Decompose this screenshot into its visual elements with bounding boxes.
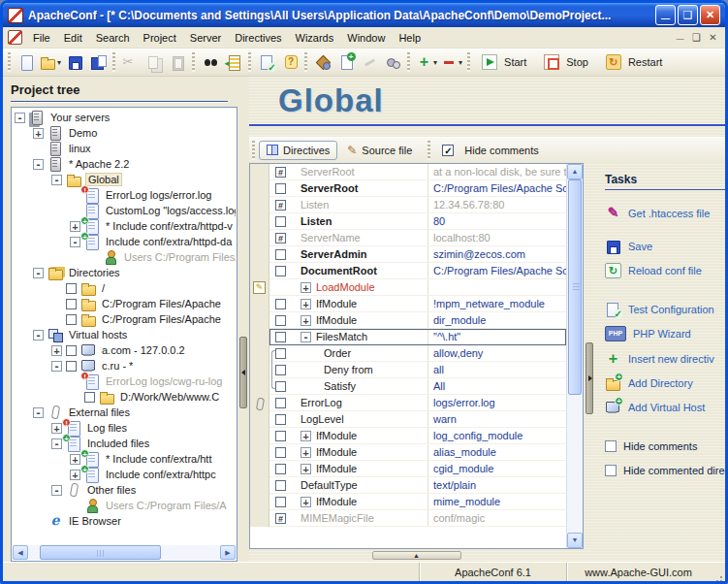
directive-row-ifmodule[interactable]: +IfModule!mpm_netware_module bbox=[250, 296, 566, 312]
checkbox-icon[interactable] bbox=[605, 440, 617, 452]
directive-row-serveradmin[interactable]: ServerAdminszimin@zecos.com bbox=[250, 246, 566, 263]
mdi-restore-button[interactable] bbox=[688, 32, 705, 43]
tree-toggle-expand-icon[interactable]: + bbox=[70, 221, 80, 232]
tasks-splitter-handle[interactable] bbox=[586, 342, 593, 414]
help-button[interactable] bbox=[278, 51, 301, 74]
directive-row-ifmodule[interactable]: +IfModulelog_config_module bbox=[250, 428, 566, 444]
task-insert-new-directiv[interactable]: +Insert new directiv bbox=[605, 351, 725, 367]
comment-checkbox[interactable] bbox=[275, 480, 286, 491]
menu-search[interactable]: Search bbox=[89, 29, 137, 47]
tree-toggle-collapse-icon[interactable]: - bbox=[51, 485, 62, 496]
comment-checkbox[interactable] bbox=[275, 431, 286, 441]
tree-item-external-files[interactable]: -External files bbox=[13, 405, 236, 420]
tree-item-include-conf-extra-httpc[interactable]: ++Include conf/extra/httpc bbox=[13, 467, 236, 482]
mdi-minimize-button[interactable] bbox=[672, 32, 688, 43]
tree-toggle-collapse-icon[interactable]: - bbox=[33, 407, 44, 418]
table-scrollbar-thumb[interactable] bbox=[568, 179, 582, 395]
directive-row-documentroot[interactable]: DocumentRootC:/Program Files/Apache Soft bbox=[250, 263, 566, 279]
save-button[interactable] bbox=[63, 51, 86, 74]
tree-item-global[interactable]: -Global bbox=[13, 172, 236, 187]
tab-source-file[interactable]: Source file bbox=[339, 140, 420, 161]
comment-checkbox[interactable] bbox=[275, 414, 286, 425]
expand-icon[interactable]: + bbox=[301, 431, 311, 441]
tree-item-c-ru[interactable]: -c.ru - * bbox=[13, 358, 236, 373]
tree-item-apache-2-2[interactable]: -* Apache 2.2 bbox=[13, 156, 236, 172]
tree-scrollbar-thumb[interactable] bbox=[40, 545, 161, 560]
tree-item-checkbox[interactable] bbox=[66, 345, 77, 356]
menu-directives[interactable]: Directives bbox=[228, 29, 288, 47]
menu-project[interactable]: Project bbox=[137, 29, 183, 47]
task-save[interactable]: Save bbox=[605, 239, 725, 254]
comment-checkbox[interactable] bbox=[275, 464, 286, 474]
tree-item-checkbox[interactable] bbox=[66, 361, 77, 372]
stop-button[interactable]: Stop bbox=[536, 51, 598, 74]
comment-checkbox[interactable] bbox=[275, 381, 286, 392]
tree-item-item[interactable]: / bbox=[13, 280, 236, 296]
directive-row-filesmatch[interactable]: -FilesMatch"^\.ht" bbox=[250, 329, 566, 345]
comment-checkbox[interactable] bbox=[275, 497, 286, 507]
menu-wizards[interactable]: Wizards bbox=[289, 29, 341, 47]
tree-toggle-collapse-icon[interactable]: - bbox=[33, 268, 44, 278]
directive-row-serverroot[interactable]: ServerRootC:/Program Files/Apache Soft bbox=[250, 180, 566, 197]
scroll-down-icon[interactable]: ▼ bbox=[567, 533, 583, 548]
tree-item-checkbox[interactable] bbox=[66, 299, 77, 309]
tree-item-checkbox[interactable] bbox=[66, 283, 77, 294]
comment-checkbox[interactable] bbox=[275, 249, 286, 260]
menu-file[interactable]: File bbox=[26, 29, 57, 47]
tree-toggle-collapse-icon[interactable]: - bbox=[33, 330, 44, 341]
save-all-button[interactable] bbox=[86, 51, 110, 74]
tree-item-d-work-web-www-c[interactable]: D:/Work/Web/www.C bbox=[13, 389, 236, 405]
menu-window[interactable]: Window bbox=[340, 29, 392, 47]
checked-checkbox-icon[interactable]: ✓ bbox=[442, 145, 454, 156]
tree-toggle-collapse-icon[interactable]: - bbox=[51, 438, 62, 449]
scroll-right-icon[interactable]: ▶ bbox=[220, 545, 236, 560]
tree-item-c-program-files-apache[interactable]: C:/Program Files/Apache bbox=[13, 296, 236, 311]
tree-item-include-conf-extra-httpd-v[interactable]: ++* Include conf/extra/httpd-v bbox=[13, 218, 236, 234]
tree-toggle-collapse-icon[interactable]: - bbox=[15, 113, 25, 123]
tree-toggle-collapse-icon[interactable]: - bbox=[33, 159, 44, 170]
tree-item-include-conf-extra-httpd-da[interactable]: -+Include conf/extra/httpd-da bbox=[13, 234, 236, 249]
directive-row-listen[interactable]: #Listen12.34.56.78:80 bbox=[250, 197, 566, 213]
directive-row-serverroot[interactable]: #ServerRootat a non-local disk, be sure … bbox=[250, 164, 566, 180]
directive-row-loadmodule[interactable]: ✎+LoadModule bbox=[250, 279, 566, 296]
tree-toggle-expand-icon[interactable]: + bbox=[33, 128, 44, 139]
tree-toggle-expand-icon[interactable]: + bbox=[70, 470, 80, 480]
directive-row-defaulttype[interactable]: DefaultTypetext/plain bbox=[250, 477, 566, 494]
commented-checkbox[interactable]: # bbox=[275, 167, 286, 178]
tree-item-your-servers[interactable]: -Your servers bbox=[13, 110, 236, 125]
task-get-htaccess-file[interactable]: ✎Get .htaccess file bbox=[605, 206, 725, 221]
splitter-collapse-handle[interactable] bbox=[239, 337, 247, 408]
collapse-icon[interactable]: - bbox=[301, 332, 311, 342]
collapse-panel-button[interactable]: ▲ bbox=[372, 551, 461, 560]
directive-row-order[interactable]: Orderallow,deny bbox=[250, 345, 566, 362]
find-button[interactable] bbox=[199, 51, 222, 74]
commented-checkbox[interactable]: # bbox=[275, 513, 286, 524]
comment-checkbox[interactable] bbox=[275, 332, 286, 342]
comment-checkbox[interactable] bbox=[275, 348, 286, 359]
restart-button[interactable]: Restart bbox=[598, 51, 672, 74]
checkbox-icon[interactable] bbox=[605, 465, 617, 476]
task-test-configuration[interactable]: Test Configuration bbox=[605, 302, 725, 317]
tree-item-errorlog-logs-cwg-ru-log[interactable]: !ErrorLog logs/cwg-ru-log bbox=[13, 373, 236, 389]
task-reload-conf-file[interactable]: ↻Reload conf file bbox=[605, 263, 725, 278]
scroll-up-icon[interactable]: ▲ bbox=[567, 164, 583, 179]
comment-checkbox[interactable] bbox=[275, 216, 286, 227]
directive-row-listen[interactable]: Listen80 bbox=[250, 213, 566, 230]
menu-server[interactable]: Server bbox=[183, 29, 228, 47]
tasks-splitter[interactable] bbox=[584, 163, 593, 549]
directive-row-servername[interactable]: #ServerNamelocalhost:80 bbox=[250, 230, 566, 246]
comment-checkbox[interactable] bbox=[275, 365, 286, 375]
expand-icon[interactable]: + bbox=[301, 447, 311, 458]
tree-item-log-files[interactable]: +!Log files bbox=[13, 420, 236, 436]
tree-item-virtual-hosts[interactable]: -Virtual hosts bbox=[13, 327, 236, 342]
tree-toggle-collapse-icon[interactable]: - bbox=[51, 175, 62, 185]
comment-checkbox[interactable] bbox=[275, 447, 286, 458]
tab-directives[interactable]: Directives bbox=[259, 141, 337, 160]
remove-button[interactable]: ▾ bbox=[439, 51, 464, 74]
resize-grip[interactable] bbox=[710, 563, 725, 581]
mdi-close-button[interactable] bbox=[705, 32, 721, 43]
tree-item-linux[interactable]: linux bbox=[13, 141, 236, 156]
commented-checkbox[interactable]: # bbox=[275, 233, 286, 243]
tree-toggle-expand-icon[interactable]: + bbox=[51, 345, 62, 356]
task-php-wizard[interactable]: PHPPHP Wizard bbox=[605, 326, 725, 341]
